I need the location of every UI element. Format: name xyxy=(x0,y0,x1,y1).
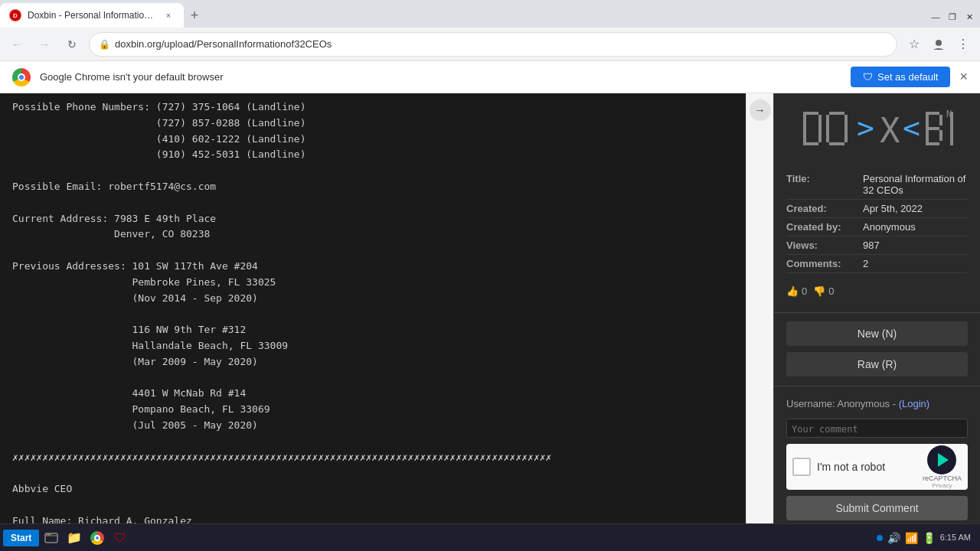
tray-clock: 6:15 AM xyxy=(940,532,971,543)
thumbs-down-icon: 👎 xyxy=(813,285,825,297)
svg-rect-5 xyxy=(803,112,818,115)
svg-point-26 xyxy=(47,533,48,535)
anyrun-logo-icon xyxy=(927,445,956,474)
shield-icon: 🛡 xyxy=(863,71,873,83)
tray-network-icon[interactable]: 📶 xyxy=(905,532,918,544)
svg-text:>: > xyxy=(857,111,874,145)
comments-row: Comments: 2 xyxy=(786,255,968,273)
account-icon[interactable] xyxy=(928,34,949,55)
notification-close-button[interactable]: × xyxy=(959,69,968,85)
raw-button[interactable]: Raw (R) xyxy=(786,352,968,377)
svg-text:N: N xyxy=(946,109,952,119)
address-bar: ← → ↻ 🔒 doxbin.org/upload/PersonalInform… xyxy=(0,28,980,61)
new-tab-button[interactable]: + xyxy=(184,5,205,26)
svg-text:<: < xyxy=(903,111,920,145)
svg-rect-11 xyxy=(844,115,848,142)
lock-icon: 🔒 xyxy=(99,39,110,50)
created-value: Apr 5th, 2022 xyxy=(863,203,968,214)
svg-rect-7 xyxy=(818,115,822,142)
sidebar-toggle: → xyxy=(746,93,773,523)
svg-rect-18 xyxy=(926,142,939,145)
tab-bar: D Doxbin - Personal Information of 32 C … xyxy=(0,0,980,28)
set-default-button[interactable]: 🛡 Set as default xyxy=(851,67,951,87)
created-row: Created: Apr 5th, 2022 xyxy=(786,200,968,218)
maximize-button[interactable]: ❐ xyxy=(945,9,960,24)
taskbar-antivirus-icon[interactable]: 🛡 xyxy=(109,527,131,549)
like-button[interactable]: 👍 0 xyxy=(786,285,807,297)
tray-speaker-icon[interactable]: 🔊 xyxy=(887,532,900,544)
like-count: 0 xyxy=(802,285,807,297)
active-tab[interactable]: D Doxbin - Personal Information of 32 C … xyxy=(0,3,184,28)
comments-value: 2 xyxy=(863,258,968,269)
svg-rect-6 xyxy=(803,142,818,145)
created-by-label: Created by: xyxy=(786,221,863,233)
svg-rect-16 xyxy=(926,112,939,115)
minimize-button[interactable]: — xyxy=(928,9,943,24)
svg-rect-19 xyxy=(939,115,942,126)
title-row: Title: Personal Information of 32 CEOs xyxy=(786,170,968,200)
sidebar-stats: 👍 0 👎 0 xyxy=(774,279,980,306)
dislike-button[interactable]: 👎 0 xyxy=(813,285,834,297)
new-button[interactable]: New (N) xyxy=(786,321,968,346)
taskbar-tray: 🔊 📶 🔋 6:15 AM xyxy=(871,532,977,544)
main-content: Possible Phone Numbers: (727) 375-1064 (… xyxy=(0,93,980,523)
tray-time-value: 6:15 AM xyxy=(940,532,971,543)
tab-favicon: D xyxy=(9,9,21,21)
svg-point-27 xyxy=(48,533,50,535)
created-by-value: Anonymous xyxy=(863,221,968,233)
toolbar-icons: ☆ ⋮ xyxy=(903,34,974,55)
content-text: Possible Phone Numbers: (727) 375-1064 (… xyxy=(12,99,733,523)
comment-input[interactable] xyxy=(786,419,968,438)
taskbar: Start 📁 🛡 🔊 📶 🔋 6:15 AM xyxy=(0,523,980,551)
start-button[interactable]: Start xyxy=(3,530,39,546)
svg-rect-20 xyxy=(939,130,942,141)
created-label: Created: xyxy=(786,203,863,214)
comments-label: Comments: xyxy=(786,258,863,269)
doxbin-logo: > X < N xyxy=(797,106,958,152)
notification-bar: Google Chrome isn't your default browser… xyxy=(0,61,980,93)
submit-comment-button[interactable]: Submit Comment xyxy=(786,496,968,520)
login-link[interactable]: (Login) xyxy=(899,398,929,409)
doxbin-logo-area: > X < N xyxy=(774,93,980,164)
dislike-count: 0 xyxy=(828,285,834,297)
vote-row: 👍 0 👎 0 xyxy=(786,282,968,300)
created-by-row: Created by: Anonymous xyxy=(786,218,968,236)
taskbar-explorer-icon[interactable] xyxy=(41,527,62,549)
views-row: Views: 987 xyxy=(786,236,968,255)
title-label: Title: xyxy=(786,173,863,196)
taskbar-chrome-icon[interactable] xyxy=(87,527,108,549)
content-area[interactable]: Possible Phone Numbers: (727) 375-1064 (… xyxy=(0,93,746,523)
views-label: Views: xyxy=(786,240,863,251)
tray-battery-icon[interactable]: 🔋 xyxy=(923,532,936,544)
tab-title: Doxbin - Personal Information of 32 C xyxy=(28,10,156,21)
recaptcha-checkbox[interactable] xyxy=(792,458,811,476)
tab-close-button[interactable]: × xyxy=(162,9,175,21)
forward-button[interactable]: → xyxy=(34,34,55,55)
svg-rect-8 xyxy=(829,112,844,115)
refresh-button[interactable]: ↻ xyxy=(61,34,83,55)
bookmark-icon[interactable]: ☆ xyxy=(903,34,925,55)
svg-text:D: D xyxy=(13,12,18,19)
url-text: doxbin.org/upload/PersonalInformationof3… xyxy=(115,38,887,50)
sidebar-user: Username: Anonymous - (Login) xyxy=(774,392,980,416)
username-prefix: Username: Anonymous - xyxy=(786,398,899,409)
right-sidebar: > X < N xyxy=(773,93,980,523)
tray-notification-dot xyxy=(877,535,883,541)
sidebar-info: Title: Personal Information of 32 CEOs C… xyxy=(774,164,980,279)
close-window-button[interactable]: ✕ xyxy=(962,9,977,24)
window-controls: — ❐ ✕ xyxy=(928,9,977,24)
svg-rect-17 xyxy=(926,127,939,130)
svg-rect-4 xyxy=(803,112,806,145)
menu-icon[interactable]: ⋮ xyxy=(952,34,974,55)
svg-rect-9 xyxy=(829,142,844,145)
back-button[interactable]: ← xyxy=(6,34,28,55)
url-bar[interactable]: 🔒 doxbin.org/upload/PersonalInformationo… xyxy=(89,32,897,57)
svg-rect-10 xyxy=(826,115,829,142)
taskbar-folder-icon[interactable]: 📁 xyxy=(64,527,85,549)
views-value: 987 xyxy=(863,240,968,251)
sidebar-toggle-button[interactable]: → xyxy=(750,99,771,121)
notification-text: Google Chrome isn't your default browser xyxy=(40,71,841,83)
thumbs-up-icon: 👍 xyxy=(786,285,799,297)
svg-point-28 xyxy=(51,533,52,535)
recaptcha-widget: I'm not a robot reCAPTCHA Privacy xyxy=(786,444,968,490)
